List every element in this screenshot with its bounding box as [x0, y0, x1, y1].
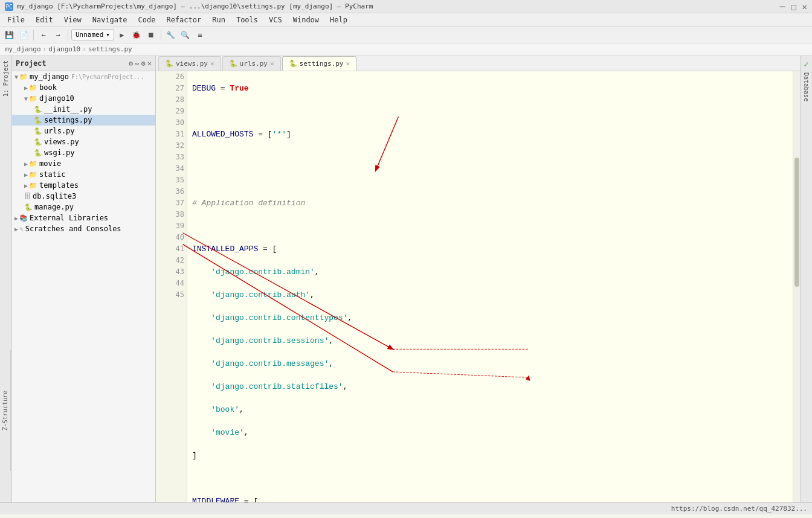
ln-27: 27	[158, 83, 184, 94]
tree-item-init[interactable]: 🐍 __init__.py	[12, 104, 155, 115]
code-line-35: 'django.contrib.auth',	[192, 289, 788, 301]
code-line-44: MIDDLEWARE = [	[192, 496, 788, 502]
breadcrumb: my_django › django10 › settings.py	[0, 43, 812, 56]
tab-urls-close[interactable]: ✕	[270, 60, 274, 68]
project-tab-label[interactable]: 1: Project	[1, 58, 10, 99]
database-tab[interactable]: Database	[802, 70, 811, 104]
toolbar-save[interactable]: 💾	[2, 28, 16, 42]
maximize-button[interactable]: □	[791, 2, 796, 11]
separator-1	[33, 30, 34, 40]
menu-item-navigate[interactable]: Navigate	[88, 14, 132, 25]
tree-item-django10[interactable]: ▼ 📁 django10	[12, 93, 155, 104]
code-line-31: # Application definition	[192, 197, 788, 209]
tree-item-settings[interactable]: 🐍 settings.py	[12, 115, 155, 126]
window-title: my_django [F:\PycharmProjects\my_django]…	[17, 2, 373, 10]
menu-item-vcs[interactable]: VCS	[264, 14, 287, 25]
folder-icon: 📁	[19, 73, 28, 81]
tree-item-templates[interactable]: ▶ 📁 templates	[12, 180, 155, 191]
toolbar-debug-btn[interactable]: 🐞	[130, 28, 143, 42]
menu-item-view[interactable]: View	[59, 14, 86, 25]
menu-item-tools[interactable]: Tools	[231, 14, 263, 25]
ln-32: 32	[158, 140, 184, 152]
breadcrumb-module[interactable]: django10	[48, 45, 80, 53]
ln-28: 28	[158, 94, 184, 106]
tree-label-book: book	[39, 83, 57, 92]
tree-item-static[interactable]: ▶ 📁 static	[12, 169, 155, 180]
z-structure-label[interactable]: Z-Structure	[2, 391, 8, 430]
breadcrumb-project[interactable]: my_django	[5, 45, 41, 53]
menu-item-help[interactable]: Help	[325, 14, 352, 25]
expand-icon-scratches: ▶	[14, 226, 18, 232]
toolbar-new[interactable]: 📄	[17, 28, 30, 42]
tree-item-wsgi[interactable]: 🐍 wsgi.py	[12, 147, 155, 158]
scratches-icon: ✎	[19, 225, 24, 233]
panel-icon-expand[interactable]: ⇔	[135, 59, 139, 68]
tab-urls[interactable]: 🐍 urls.py ✕	[222, 56, 281, 71]
toolbar-forward[interactable]: →	[51, 28, 65, 42]
tree-item-views[interactable]: 🐍 views.py	[12, 136, 155, 147]
menu-item-run[interactable]: Run	[207, 14, 230, 25]
tree-path: F:\PycharmProject...	[71, 74, 144, 80]
toolbar-run-btn[interactable]: ▶	[115, 28, 129, 42]
breadcrumb-file[interactable]: settings.py	[88, 45, 132, 53]
ln-40: 40	[158, 232, 184, 243]
ln-38: 38	[158, 209, 184, 220]
menu-item-code[interactable]: Code	[134, 14, 161, 25]
tab-settings-close[interactable]: ✕	[346, 60, 350, 68]
tree-item-manage[interactable]: 🐍 manage.py	[12, 202, 155, 213]
close-button[interactable]: ✕	[802, 2, 807, 11]
file-icon-db: 🗄	[24, 193, 31, 200]
ln-43: 43	[158, 266, 184, 278]
panel-icon-settings[interactable]: ⚙	[141, 59, 146, 68]
file-icon-init: 🐍	[34, 106, 42, 114]
editor-inner: 26 27 28 29 30 31 32 33 34 35 36 37 38 3…	[156, 71, 793, 502]
z-structure-panel: Z-Structure	[0, 350, 11, 471]
code-line-36: 'django.contrib.contenttypes',	[192, 312, 788, 324]
expand-icon-ext: ▶	[14, 215, 18, 222]
menu-item-refactor[interactable]: Refactor	[161, 14, 206, 25]
toolbar-more[interactable]: ≡	[193, 28, 207, 42]
app-icon: PC	[5, 2, 13, 11]
menu-item-edit[interactable]: Edit	[31, 14, 58, 25]
tab-urls-label: urls.py	[240, 60, 268, 68]
tree-item-urls[interactable]: 🐍 urls.py	[12, 126, 155, 136]
folder-icon-static: 📁	[29, 171, 37, 179]
file-icon-urls: 🐍	[34, 127, 42, 135]
editor-area[interactable]: 26 27 28 29 30 31 32 33 34 35 36 37 38 3…	[156, 71, 800, 502]
expand-icon-django10: ▼	[24, 95, 28, 102]
tree-item-ext-lib[interactable]: ▶ 📚 External Libraries	[12, 213, 155, 223]
project-panel-header: Project ⚙ ⇔ ⚙ ✕	[12, 56, 155, 71]
minimize-button[interactable]: ─	[780, 2, 785, 11]
tree-label-views: views.py	[44, 138, 79, 146]
run-config[interactable]: Unnamed ▾	[71, 29, 114, 40]
toolbar-back[interactable]: ←	[37, 28, 50, 42]
tree-item-scratches[interactable]: ▶ ✎ Scratches and Consoles	[12, 223, 155, 234]
toolbar-settings[interactable]: 🔧	[164, 28, 178, 42]
run-config-dropdown-icon[interactable]: ▾	[106, 31, 110, 39]
menu-item-window[interactable]: Window	[288, 14, 324, 25]
code-line-32	[192, 220, 788, 232]
tree-item-book[interactable]: ▶ 📁 book	[12, 82, 155, 93]
panel-icon-gear[interactable]: ⚙	[129, 59, 133, 68]
run-config-label: Unnamed	[76, 31, 103, 39]
code-line-43	[192, 473, 788, 484]
expand-icon: ▼	[14, 74, 18, 80]
code-line-34: 'django.contrib.admin',	[192, 266, 788, 278]
panel-icon-close[interactable]: ✕	[147, 59, 152, 68]
tree-item-db[interactable]: 🗄 db.sqlite3	[12, 191, 155, 202]
code-editor[interactable]: DEBUG = True ALLOWED_HOSTS = ['*'] # App…	[187, 71, 793, 502]
tree-item-my-django[interactable]: ▼ 📁 my_django F:\PycharmProject...	[12, 71, 155, 82]
tree-label-scratches: Scratches and Consoles	[25, 225, 121, 233]
toolbar-stop-btn[interactable]: ⏹	[144, 28, 158, 42]
code-line-38: 'django.contrib.messages',	[192, 358, 788, 369]
tree-item-movie[interactable]: ▶ 📁 movie	[12, 158, 155, 169]
tab-views[interactable]: 🐍 views.py ✕	[158, 56, 221, 71]
tab-views-close[interactable]: ✕	[210, 60, 214, 68]
tab-settings[interactable]: 🐍 settings.py ✕	[282, 56, 356, 71]
tree-label-my-django: my_django	[30, 72, 69, 81]
menu-item-file[interactable]: File	[2, 14, 30, 25]
scrollbar[interactable]	[793, 71, 800, 502]
scrollbar-thumb[interactable]	[794, 158, 799, 287]
toolbar-search[interactable]: 🔍	[179, 28, 192, 42]
folder-icon-templates: 📁	[29, 182, 37, 190]
